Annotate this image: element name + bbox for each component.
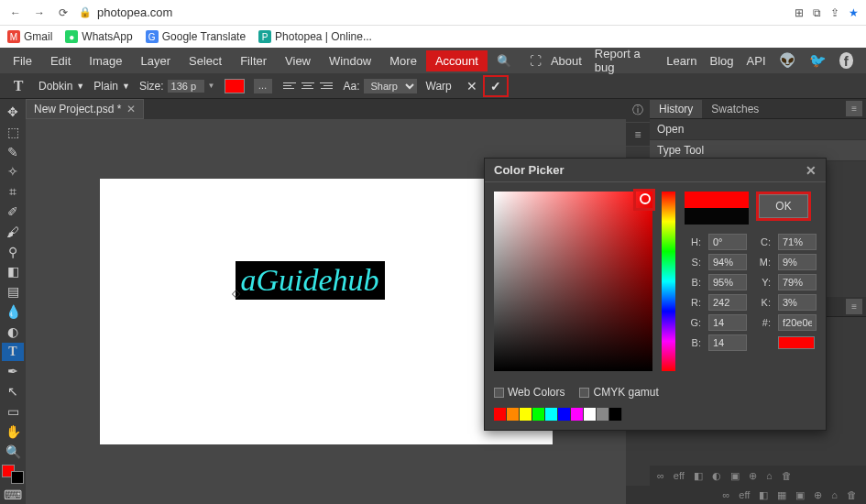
move-tool-icon[interactable]: ✥	[2, 103, 24, 121]
zoom-tool-icon[interactable]: 🔍	[2, 443, 24, 461]
fullscreen-icon[interactable]: ⛶	[521, 50, 551, 71]
b2-input[interactable]	[708, 334, 747, 351]
tab-swatches[interactable]: Swatches	[702, 100, 768, 118]
menu-more[interactable]: More	[380, 50, 426, 71]
ok-button[interactable]: OK	[759, 194, 808, 218]
menu-image[interactable]: Image	[80, 50, 131, 71]
reddit-icon[interactable]: 👽	[779, 52, 796, 69]
chevron-down-icon[interactable]: ▼	[208, 82, 215, 90]
tab-history[interactable]: History	[650, 100, 702, 118]
stamp-tool-icon[interactable]: ⚲	[2, 243, 24, 261]
color-swatches[interactable]	[2, 465, 24, 485]
cmyk-gamut-checkbox[interactable]: CMYK gamut	[579, 386, 658, 399]
bookmark-item[interactable]: ●WhatsApp	[65, 30, 132, 43]
palette-swatch[interactable]	[597, 408, 609, 421]
type-tool-icon[interactable]: T	[2, 343, 24, 361]
align-left-button[interactable]	[281, 79, 298, 93]
palette-swatch[interactable]	[558, 408, 571, 421]
mask-icon[interactable]: ◧	[694, 470, 703, 482]
palette-swatch[interactable]	[571, 408, 584, 421]
marquee-tool-icon[interactable]: ⬚	[2, 123, 24, 141]
link-report-a-bug[interactable]: Report a bug	[595, 47, 653, 74]
fx-icon[interactable]: eff	[674, 470, 685, 481]
gradient-tool-icon[interactable]: ▤	[2, 282, 24, 301]
reload-button[interactable]: ⟳	[55, 5, 71, 21]
c-input[interactable]	[778, 234, 817, 250]
palette-swatch[interactable]	[507, 408, 520, 421]
share-icon[interactable]: ⇪	[830, 6, 839, 19]
paragraph-icon[interactable]: ≡	[626, 123, 650, 147]
cancel-button[interactable]: ✕	[461, 75, 483, 97]
g-input[interactable]	[708, 314, 747, 331]
brush-tool-icon[interactable]: 🖌	[2, 223, 24, 241]
palette-swatch[interactable]	[520, 408, 532, 421]
menu-edit[interactable]: Edit	[41, 50, 80, 71]
history-item[interactable]: Open	[650, 119, 866, 140]
text-color-swatch[interactable]	[225, 79, 245, 93]
bottom-icon-2[interactable]: ◧	[759, 489, 768, 501]
menu-window[interactable]: Window	[320, 50, 380, 71]
duplicate-icon[interactable]: ⌂	[766, 470, 773, 481]
hue-slider[interactable]	[662, 192, 675, 371]
h-input[interactable]	[708, 234, 747, 250]
palette-swatch[interactable]	[545, 408, 558, 421]
info-icon[interactable]: ⓘ	[626, 99, 650, 123]
adjustment-icon[interactable]: ◐	[712, 470, 721, 482]
panel-menu-icon[interactable]: ≡	[846, 299, 862, 314]
twitter-icon[interactable]: 🐦	[809, 52, 827, 69]
bottom-icon-5[interactable]: ⊕	[814, 489, 822, 501]
menu-select[interactable]: Select	[180, 50, 231, 71]
bottom-icon-7[interactable]: 🗑	[847, 489, 857, 500]
bookmark-item[interactable]: MGmail	[7, 30, 52, 43]
menu-account[interactable]: Account	[426, 50, 488, 71]
align-right-button[interactable]	[318, 79, 334, 93]
install-icon[interactable]: ⊞	[795, 6, 804, 19]
palette-swatch[interactable]	[584, 408, 597, 421]
new-layer-icon[interactable]: ⊕	[749, 470, 757, 482]
dodge-tool-icon[interactable]: ◐	[2, 323, 24, 341]
menu-filter[interactable]: Filter	[231, 50, 276, 71]
bottom-icon-4[interactable]: ▣	[795, 489, 805, 501]
antialias-select[interactable]: Sharp	[364, 79, 417, 93]
forward-button[interactable]: →	[31, 5, 48, 21]
menu-file[interactable]: File	[4, 50, 41, 71]
link-about[interactable]: About	[551, 54, 582, 68]
confirm-button[interactable]: ✓	[483, 75, 509, 97]
palette-swatch[interactable]	[494, 408, 507, 421]
saturation-value-field[interactable]	[494, 192, 652, 371]
search-icon[interactable]: 🔍	[488, 50, 521, 71]
more-options-button[interactable]: …	[254, 79, 272, 93]
shape-tool-icon[interactable]: ▭	[2, 402, 24, 421]
font-size-input[interactable]	[168, 80, 204, 93]
close-icon[interactable]: ✕	[126, 103, 136, 115]
r-input[interactable]	[708, 294, 747, 311]
document-tab[interactable]: New Project.psd * ✕	[26, 99, 144, 119]
s-input[interactable]	[708, 254, 747, 270]
path-tool-icon[interactable]: ↖	[2, 382, 24, 400]
eraser-tool-icon[interactable]: ◧	[2, 263, 24, 281]
eyedropper-tool-icon[interactable]: ✐	[2, 203, 24, 221]
bottom-icon-1[interactable]: eff	[739, 489, 750, 500]
link-blog[interactable]: Blog	[710, 54, 734, 68]
palette-swatch[interactable]	[609, 408, 622, 421]
bookmark-item[interactable]: PPhotopea | Online...	[258, 30, 372, 43]
url-bar[interactable]: 🔒 photopea.com	[79, 5, 787, 19]
palette-swatch[interactable]	[532, 408, 545, 421]
panel-menu-icon[interactable]: ≡	[846, 101, 862, 116]
keyboard-icon[interactable]: ⌨	[2, 486, 24, 504]
hex-input[interactable]	[778, 314, 817, 331]
font-style-dropdown[interactable]: Plain ▼	[93, 80, 130, 93]
hand-tool-icon[interactable]: ✋	[2, 422, 24, 441]
m-input[interactable]	[778, 254, 817, 270]
b-input[interactable]	[708, 274, 747, 290]
close-icon[interactable]: ✕	[806, 163, 817, 178]
new-tab-icon[interactable]: ⧉	[813, 6, 821, 19]
back-button[interactable]: ←	[7, 5, 24, 21]
text-layer[interactable]: aGuidehub	[236, 261, 385, 300]
k-input[interactable]	[778, 294, 817, 311]
blur-tool-icon[interactable]: 💧	[2, 302, 24, 321]
bookmark-star-icon[interactable]: ★	[849, 6, 859, 19]
lasso-tool-icon[interactable]: ✎	[2, 143, 24, 161]
old-color-swatch[interactable]	[685, 208, 749, 225]
pen-tool-icon[interactable]: ✒	[2, 363, 24, 381]
